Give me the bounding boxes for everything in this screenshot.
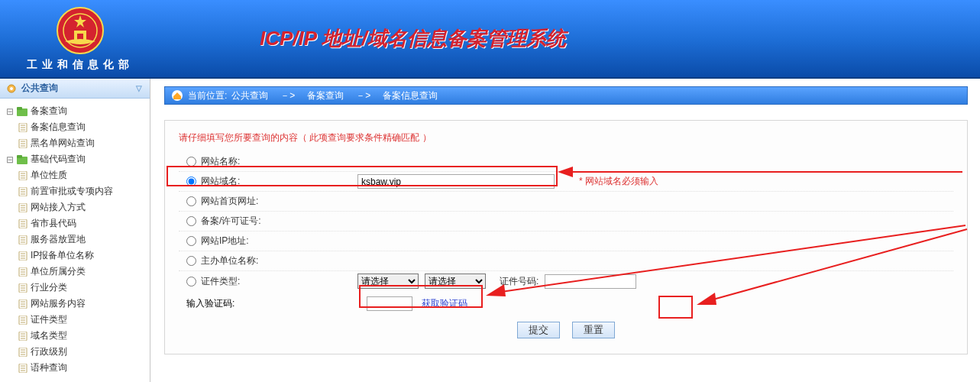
tree-item-label: 省市县代码 [31,217,76,230]
breadcrumb-arrow: －> [280,89,295,102]
tree-item-label: 域名类型 [31,329,67,342]
radio-4[interactable] [186,236,196,246]
radio-label-3[interactable]: 备案/许可证号: [179,215,357,228]
page-icon [18,171,27,180]
radio-3[interactable] [186,216,196,226]
svg-rect-8 [17,107,22,110]
cert-no-input[interactable] [545,274,636,289]
system-title: ICP/IP 地址/域名信息备案管理系统 [260,25,566,52]
tree-parent-1[interactable]: ⊟基础代码查询 [3,151,147,167]
page-icon [18,283,27,293]
tree-item-label: 单位性质 [31,169,67,182]
tree-item-label: 行业分类 [31,281,67,294]
tree-item-label: 证件类型 [31,313,67,326]
tree-item-1-11[interactable]: 行政级别 [3,344,147,360]
sidebar-panel-title: 公共查询 [21,82,58,95]
cert-type-select-2[interactable]: 请选择 [425,274,486,289]
breadcrumb-path2[interactable]: 备案查询 [307,89,344,102]
get-captcha-link[interactable]: 获取验证码 [422,297,467,310]
tree-item-label: 前置审批或专项内容 [31,185,113,198]
cert-type-select-1[interactable]: 请选择 [357,274,419,289]
page-icon [18,299,27,309]
app-header: 工业和信息化部 ICP/IP 地址/域名信息备案管理系统 [0,0,980,79]
tree-item-label: 单位所属分类 [31,265,86,278]
page-icon [18,364,27,373]
tree-item-1-2[interactable]: 网站接入方式 [3,199,147,215]
page-icon [18,203,27,212]
gear-icon [6,83,17,94]
row-label: 网站域名: [201,175,240,188]
radio-0[interactable] [186,157,196,167]
svg-rect-18 [17,155,22,158]
radio-label-1[interactable]: 网站域名: [179,175,357,188]
radio-label-2[interactable]: 网站首页网址: [179,195,357,208]
tree-item-label: 语种查询 [31,361,67,374]
tree-item-1-12[interactable]: 语种查询 [3,360,147,376]
form-row-5: 主办单位名称: [179,251,953,271]
tree-item-label: 网站接入方式 [31,201,86,214]
chevron-down-icon: ▽ [136,84,142,92]
tree-item-1-1[interactable]: 前置审批或专项内容 [3,183,147,199]
query-form-panel: 请仔细填写您所要查询的内容（ 此项查询要求条件精确匹配 ） 网站名称:网站域名:… [164,120,968,354]
radio-1[interactable] [186,176,196,186]
tree-item-label: 备案信息查询 [31,121,86,134]
tree-item-label: 黑名单网站查询 [31,137,95,150]
form-row-2: 网站首页网址: [179,192,953,212]
emblem-section: 工业和信息化部 [0,6,160,72]
page-icon [18,251,27,261]
domain-hint: * 网站域名必须输入 [579,175,658,188]
tree-item-1-6[interactable]: 单位所属分类 [3,264,147,280]
captcha-input[interactable] [367,296,412,311]
row-label: 网站名称: [201,155,240,168]
tree-item-label: IP报备单位名称 [31,249,94,262]
breadcrumb-path3[interactable]: 备案信息查询 [383,89,438,102]
sidebar: 公共查询 ▽ ⊟备案查询备案信息查询黑名单网站查询⊟基础代码查询单位性质前置审批… [0,79,150,382]
svg-rect-4 [77,34,83,40]
page-icon [18,219,27,228]
breadcrumb: 当前位置: 公共查询 －> 备案查询 －> 备案信息查询 [164,86,968,105]
page-icon [18,139,27,148]
radio-label-0[interactable]: 网站名称: [179,155,357,168]
svg-point-6 [10,87,13,90]
folder-icon [17,107,27,116]
submit-button[interactable]: 提交 [517,322,560,338]
radio-label-6[interactable]: 证件类型: [179,275,357,288]
tree-parent-0[interactable]: ⊟备案查询 [3,103,147,119]
radio-label-5[interactable]: 主办单位名称: [179,254,357,267]
sidebar-tree: ⊟备案查询备案信息查询黑名单网站查询⊟基础代码查询单位性质前置审批或专项内容网站… [0,99,150,380]
page-icon [18,235,27,244]
tree-item-0-0[interactable]: 备案信息查询 [3,119,147,135]
reset-button[interactable]: 重置 [572,322,615,338]
radio-6[interactable] [186,277,196,286]
page-icon [18,316,27,325]
breadcrumb-path1[interactable]: 公共查询 [231,89,268,102]
page-icon [18,332,27,341]
cert-no-label: 证件号码: [500,275,539,288]
folder-icon [17,155,27,164]
form-tip: 请仔细填写您所要查询的内容（ 此项查询要求条件精确匹配 ） [179,131,953,144]
breadcrumb-prefix: 当前位置: [188,89,227,102]
tree-item-label: 行政级别 [31,345,67,358]
tree-item-1-5[interactable]: IP报备单位名称 [3,248,147,264]
sidebar-panel-header[interactable]: 公共查询 ▽ [0,79,150,99]
domain-input[interactable] [357,174,555,189]
radio-label-4[interactable]: 网站IP地址: [179,235,357,248]
row-label: 备案/许可证号: [201,215,261,228]
radio-5[interactable] [186,256,196,266]
tree-item-1-9[interactable]: 证件类型 [3,312,147,328]
tree-item-1-10[interactable]: 域名类型 [3,328,147,344]
tree-item-label: 服务器放置地 [31,233,86,246]
row-label: 网站首页网址: [201,195,258,208]
org-label: 工业和信息化部 [27,58,134,72]
tree-item-0-1[interactable]: 黑名单网站查询 [3,135,147,151]
radio-2[interactable] [186,196,196,206]
tree-item-1-4[interactable]: 服务器放置地 [3,231,147,248]
captcha-label: 输入验证码: [186,297,357,310]
button-row: 提交 重置 [179,322,953,338]
tree-item-1-3[interactable]: 省市县代码 [3,215,147,231]
tree-parent-label: 基础代码查询 [31,153,86,166]
tree-item-1-0[interactable]: 单位性质 [3,167,147,183]
tree-item-1-8[interactable]: 网站服务内容 [3,296,147,312]
tree-item-1-7[interactable]: 行业分类 [3,280,147,296]
row-label: 证件类型: [201,275,240,288]
